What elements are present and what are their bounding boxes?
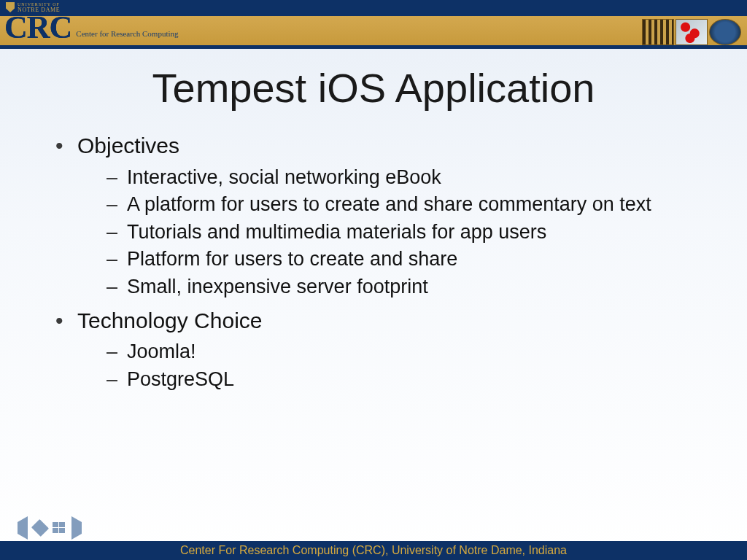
sub-bullet: Joomla! [107,339,708,365]
nav-icons [4,516,95,540]
thumbnail-icon [676,19,708,45]
slide: UNIVERSITY OF NOTRE DAME CRC Center for … [0,0,747,560]
sub-bullet: Platform for users to create and share [107,246,708,273]
crc-logo-text: CRC [4,12,71,44]
bullet-label: Technology Choice [77,308,263,332]
prev-arrow-icon[interactable] [4,516,28,540]
sub-bullet: PostgreSQL [107,367,708,393]
sub-bullet: Interactive, social networking eBook [107,165,708,191]
pencil-icon[interactable] [31,519,49,537]
header-bottom-rule [0,45,747,49]
sub-bullet: Tutorials and multimedia materials for a… [107,219,708,246]
slide-title: Tempest iOS Application [0,64,747,112]
bullet-label: Objectives [77,133,179,158]
thumbnail-icon [709,19,741,45]
thumbnail-icon [642,19,674,45]
bullet-technology: Technology Choice Joomla! PostgreSQL [51,306,708,393]
header-thumbnails [640,16,743,48]
footer-text: Center For Research Computing (CRC), Uni… [180,544,567,557]
crc-logo: CRC Center for Research Computing [4,12,179,44]
next-arrow-icon[interactable] [71,516,95,540]
footer-bar: Center For Research Computing (CRC), Uni… [0,541,747,560]
bullet-objectives: Objectives Interactive, social networkin… [51,131,708,300]
sub-bullet: Small, inexpensive server footprint [107,274,708,300]
grid-icon[interactable] [53,522,66,534]
crc-subtitle: Center for Research Computing [76,29,178,38]
sub-bullet: A platform for users to create and share… [107,192,708,218]
slide-body: Objectives Interactive, social networkin… [51,131,708,399]
